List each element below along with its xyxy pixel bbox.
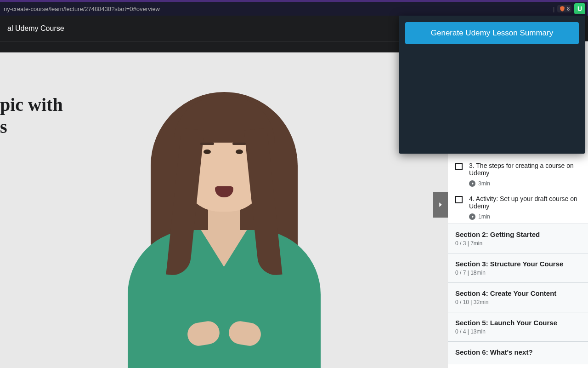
section-header[interactable]: Section 2: Getting Started 0 / 3 | 7min (448, 224, 588, 253)
chevron-right-icon (437, 201, 444, 208)
play-icon (469, 213, 475, 220)
section-header[interactable]: Section 5: Launch Your Course 0 / 4 | 13… (448, 312, 588, 341)
play-icon (469, 180, 475, 187)
checkbox-icon[interactable] (455, 163, 463, 170)
extension-popup: Generate Udemy Lesson Summary (399, 16, 585, 154)
section-meta: 0 / 4 | 13min (455, 328, 581, 335)
url-separator: | (553, 6, 554, 12)
instructor-image (77, 64, 371, 368)
generate-summary-button[interactable]: Generate Udemy Lesson Summary (405, 22, 579, 44)
shield-count: 8 (567, 6, 570, 12)
video-letterbox (0, 41, 448, 52)
slide-line-2: s (0, 116, 7, 137)
url-text: ny-create-course/learn/lecture/27488438?… (4, 6, 584, 12)
lesson-duration: 3min (478, 180, 490, 187)
lesson-meta: 1min (469, 213, 581, 220)
section-title: Section 4: Create Your Content (455, 289, 581, 297)
shield-badge[interactable]: 8 (557, 5, 571, 12)
section-header[interactable]: Section 6: What's next? (448, 341, 588, 364)
lesson-item[interactable]: 4. Activity: Set up your draft course on… (448, 190, 588, 224)
section-title: Section 2: Getting Started (455, 230, 581, 238)
lesson-title: 4. Activity: Set up your draft course on… (469, 195, 581, 210)
section-header[interactable]: Section 4: Create Your Content 0 / 10 | … (448, 282, 588, 312)
lesson-item[interactable]: 3. The steps for creating a course on Ud… (448, 157, 588, 190)
shield-icon (559, 6, 565, 12)
lesson-title: 3. The steps for creating a course on Ud… (469, 162, 581, 177)
lesson-meta: 3min (469, 180, 581, 187)
next-video-button[interactable] (433, 192, 448, 218)
extension-letter: U (577, 5, 582, 12)
course-title: al Udemy Course (7, 24, 64, 33)
section-meta: 0 / 10 | 32min (455, 299, 581, 305)
section-header[interactable]: Section 3: Structure Your Course 0 / 7 |… (448, 253, 588, 282)
section-meta: 0 / 7 | 18min (455, 270, 581, 276)
section-title: Section 3: Structure Your Course (455, 260, 581, 268)
section-title: Section 5: Launch Your Course (455, 319, 581, 327)
video-player[interactable]: pic with s (0, 41, 448, 368)
checkbox-icon[interactable] (455, 196, 463, 203)
lesson-duration: 1min (478, 213, 490, 220)
video-frame: pic with s (0, 52, 448, 368)
url-bar[interactable]: ny-create-course/learn/lecture/27488438?… (0, 2, 588, 16)
slide-text: pic with s (0, 94, 63, 138)
slide-line-1: pic with (0, 94, 63, 115)
section-title: Section 6: What's next? (455, 348, 581, 356)
extension-badge[interactable]: U (574, 3, 585, 14)
section-meta: 0 / 3 | 7min (455, 240, 581, 247)
browser-icons: | 8 U (553, 3, 585, 14)
